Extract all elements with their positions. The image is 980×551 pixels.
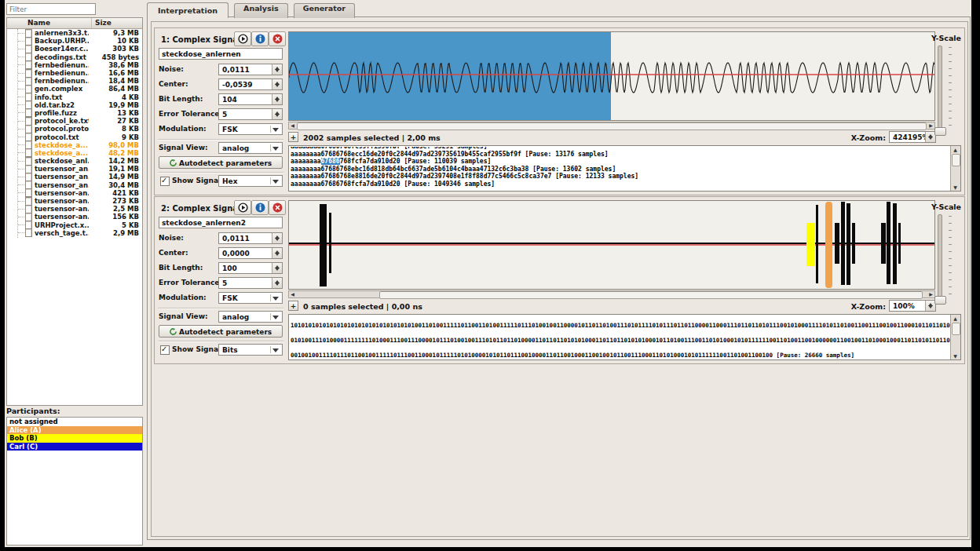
spin-arrows-icon[interactable]: [272, 64, 282, 75]
show-signal-checkbox[interactable]: [160, 345, 170, 355]
scroll-left-icon[interactable]: ◀: [289, 122, 296, 129]
close-signal-button[interactable]: [269, 31, 286, 46]
file-row[interactable]: tuersensor-an...156 KB: [7, 213, 142, 221]
protocol-message[interactable]: aaaaaaaa67686768e8816de20f0c2844d97ad239…: [291, 173, 950, 181]
waveform-hscrollbar[interactable]: ◀ ▶: [288, 290, 935, 298]
signal-name-input[interactable]: [159, 217, 283, 228]
show-signal-select[interactable]: Hex: [218, 175, 283, 187]
play-signal-button[interactable]: [234, 200, 251, 215]
scroll-down-icon[interactable]: ▼: [951, 352, 960, 359]
file-row[interactable]: protocol.txt9 KB: [7, 133, 142, 140]
file-row[interactable]: steckdose_a...48,2 MB: [7, 149, 142, 157]
play-signal-button[interactable]: [234, 31, 251, 46]
y-scale-handle[interactable]: [934, 127, 946, 136]
scroll-right-icon[interactable]: ▶: [927, 122, 934, 129]
spin-arrows-icon[interactable]: [272, 94, 282, 104]
participant-row[interactable]: Carl (C): [7, 443, 142, 451]
show-signal-checkbox[interactable]: [160, 177, 170, 186]
file-row[interactable]: anlernen3x3.t...9,3 MB: [7, 29, 142, 37]
filter-input[interactable]: [6, 3, 96, 15]
file-row[interactable]: decodings.txt458 bytes: [7, 53, 142, 61]
x-zoom-spinbox[interactable]: 424195%: [889, 131, 936, 143]
file-row[interactable]: protocol_ke.txt27 KB: [7, 117, 142, 125]
spin-arrows-icon[interactable]: [272, 109, 282, 119]
x-zoom-spinbox[interactable]: 100%: [889, 300, 936, 312]
file-row[interactable]: steckdose_a...98,0 MB: [7, 141, 142, 149]
participant-row[interactable]: not assigned: [7, 418, 142, 426]
scrollbar-thumb[interactable]: [952, 154, 960, 166]
y-scale-slider[interactable]: [938, 46, 942, 133]
tab-generator[interactable]: Generator: [294, 3, 355, 18]
signal-graphics-view[interactable]: [288, 31, 935, 121]
modulation-select[interactable]: FSK: [218, 292, 283, 304]
param-spinbox[interactable]: 0,0000: [218, 247, 283, 259]
protocol-bits[interactable]: 0101001110100001111111101000111001110000…: [291, 337, 950, 344]
scrollbar-thumb[interactable]: [952, 323, 960, 335]
expand-button[interactable]: +: [288, 301, 298, 311]
message-vscrollbar[interactable]: ▲ ▼: [950, 146, 960, 191]
param-spinbox[interactable]: 5: [218, 108, 283, 120]
scroll-right-icon[interactable]: ▶: [927, 291, 934, 297]
expand-button[interactable]: +: [288, 132, 298, 142]
spin-arrows-icon[interactable]: [272, 263, 282, 273]
spin-arrows-icon[interactable]: [272, 233, 282, 243]
signal-info-button[interactable]: [251, 200, 269, 215]
scroll-down-icon[interactable]: ▼: [951, 184, 960, 191]
file-row[interactable]: Boeser14er.c...303 KB: [7, 45, 142, 53]
scrollbar-thumb[interactable]: [379, 291, 923, 299]
autodetect-button[interactable]: Autodetect parameters: [159, 325, 283, 338]
param-spinbox[interactable]: 100: [218, 262, 283, 274]
column-header-size[interactable]: Size: [92, 18, 142, 28]
close-signal-button[interactable]: [269, 200, 286, 215]
file-row[interactable]: tuersensor_an...14,9 MB: [7, 173, 142, 181]
protocol-bits[interactable]: 0010010011110111011001001111101110011000…: [291, 352, 854, 359]
signal-info-button[interactable]: [251, 31, 269, 46]
participant-row[interactable]: Bob (B): [7, 434, 142, 443]
tab-interpretation[interactable]: Interpretation: [147, 2, 229, 18]
message-vscrollbar[interactable]: ▲ ▼: [950, 315, 960, 359]
y-scale-slider[interactable]: [938, 214, 942, 302]
show-signal-select[interactable]: Bits: [218, 344, 283, 356]
column-header-name[interactable]: Name: [7, 18, 92, 28]
message-text-area[interactable]: aaaaaaaa67686768fc99ff1396fbf [Pause: 33…: [288, 145, 961, 192]
file-table-header[interactable]: Name Size: [7, 18, 142, 29]
protocol-message[interactable]: aaaaaaaa67686768fcfa7da910d20 [Pause: 10…: [291, 181, 950, 188]
file-row[interactable]: tuersensor-an...2,5 MB: [7, 205, 142, 213]
file-row[interactable]: info.txt4 KB: [7, 93, 142, 101]
bits-text-area[interactable]: 1010101010101010101010101010101010100110…: [288, 314, 961, 360]
protocol-message[interactable]: aaaaaaaa67686768fcfa7da910d20 [Pause: 11…: [291, 158, 950, 166]
y-scale-handle[interactable]: [934, 296, 946, 305]
signal-graphics-view[interactable]: [288, 200, 935, 290]
file-row[interactable]: gen.complex86,4 MB: [7, 85, 142, 93]
file-row[interactable]: Backup.URHP...10 KB: [7, 37, 142, 45]
spin-arrows-icon[interactable]: [272, 278, 282, 288]
file-row[interactable]: fernbedienun...18,4 MB: [7, 77, 142, 85]
scroll-up-icon[interactable]: ▲: [951, 146, 960, 153]
file-row[interactable]: fernbedienun...38,6 MB: [7, 61, 142, 69]
waveform-hscrollbar[interactable]: ◀ ▶: [288, 122, 935, 130]
protocol-message[interactable]: aaaaaaaa67686768ebc16d818db64bc6637ade5b…: [291, 166, 950, 173]
protocol-message[interactable]: aaaaaaaa67686768ecc16de20f0c2844d97ad239…: [291, 151, 950, 159]
file-row[interactable]: tuersensor_an...19,1 MB: [7, 165, 142, 173]
participant-row[interactable]: Alice (A): [7, 426, 142, 435]
param-spinbox[interactable]: -0,0539: [218, 78, 283, 90]
modulation-select[interactable]: FSK: [218, 123, 283, 135]
spin-arrows-icon[interactable]: [272, 248, 282, 258]
spin-arrows-icon[interactable]: [272, 79, 282, 89]
scroll-left-icon[interactable]: ◀: [289, 291, 296, 297]
protocol-bits[interactable]: 1010101010101010101010101010101010100110…: [291, 322, 950, 329]
param-spinbox[interactable]: 5: [218, 277, 283, 289]
file-row[interactable]: tuersensor-an...273 KB: [7, 197, 142, 205]
file-row[interactable]: protocol.proto8 KB: [7, 125, 142, 133]
param-spinbox[interactable]: 0,0111: [218, 232, 283, 244]
file-row[interactable]: fernbedienun...16,6 MB: [7, 69, 142, 77]
file-row[interactable]: URHProject.x...5 KB: [7, 221, 142, 229]
param-spinbox[interactable]: 104: [218, 93, 283, 105]
file-row[interactable]: profile.fuzz13 KB: [7, 109, 142, 117]
autodetect-button[interactable]: Autodetect parameters: [159, 156, 283, 169]
file-row[interactable]: steckdose_anl...14,2 MB: [7, 157, 142, 165]
file-row[interactable]: tuersensor_an...30,4 MB: [7, 181, 142, 189]
file-row[interactable]: old.tar.bz219,9 MB: [7, 101, 142, 109]
tab-analysis[interactable]: Analysis: [234, 3, 288, 18]
signal-view-select[interactable]: analog: [218, 142, 283, 154]
